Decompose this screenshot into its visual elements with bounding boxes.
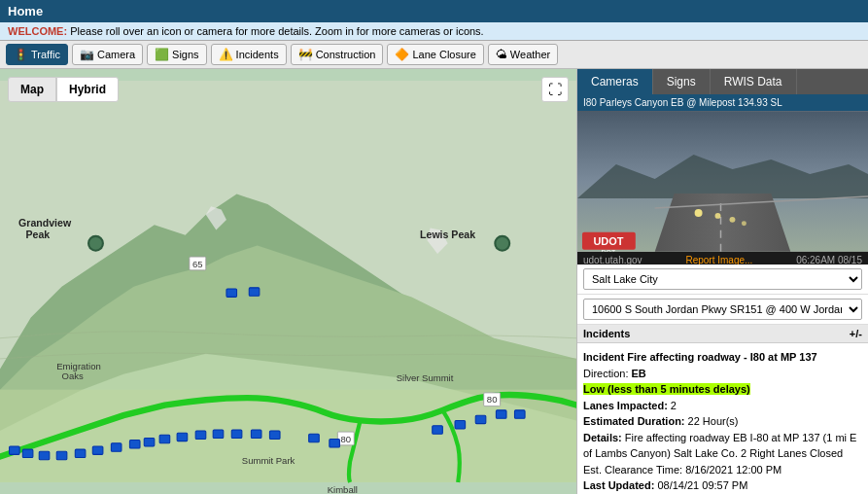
svg-rect-52 <box>39 451 50 459</box>
svg-rect-35 <box>144 438 155 445</box>
svg-text:Summit Park: Summit Park <box>242 455 295 466</box>
toolbar-btn-weather[interactable]: 🌤Weather <box>488 44 558 65</box>
road-dropdown-row: 10600 S South Jordan Pkwy SR151 @ 400 W … <box>577 295 868 325</box>
location-dropdown-row: Salt Lake City Utah County Davis County … <box>577 265 868 295</box>
svg-text:65: 65 <box>192 259 203 269</box>
signs-icon: 🟩 <box>155 48 169 61</box>
toolbar-label-incidents: Incidents <box>236 49 279 60</box>
lane-closure-icon: 🔶 <box>395 48 409 61</box>
welcome-message: Please roll over an icon or camera for m… <box>70 25 484 37</box>
incident-normal: 2 <box>668 400 677 411</box>
svg-rect-39 <box>213 430 224 438</box>
incidents-toggle[interactable]: +/- <box>850 328 862 339</box>
svg-text:Lewis Peak: Lewis Peak <box>420 229 475 240</box>
incident-bold: Last Updated: <box>583 479 654 491</box>
incident-normal: Direction: <box>583 368 632 379</box>
svg-point-66 <box>729 217 735 223</box>
toolbar-btn-incidents[interactable]: ⚠️Incidents <box>211 44 287 65</box>
incidents-body: Incident Fire affecting roadway - I80 at… <box>577 343 868 494</box>
traffic-icon: 🚦 <box>14 48 28 61</box>
toolbar: 🚦Traffic📷Camera🟩Signs⚠️Incidents🚧Constru… <box>0 41 868 69</box>
map-area[interactable]: 65 80 80 189 224 Grandview Peak Lewis Pe… <box>0 69 576 494</box>
svg-rect-50 <box>10 446 20 454</box>
expand-button[interactable]: ⛶ <box>541 77 569 102</box>
svg-rect-37 <box>177 433 188 441</box>
toolbar-btn-signs[interactable]: 🟩Signs <box>147 44 207 65</box>
svg-rect-48 <box>496 410 506 418</box>
svg-rect-53 <box>56 451 67 459</box>
camera-icon: 📷 <box>80 48 94 61</box>
incidents-icon: ⚠️ <box>219 48 233 61</box>
svg-text:Grandview: Grandview <box>18 217 72 229</box>
svg-text:Kimball: Kimball <box>328 484 358 494</box>
svg-text:UDOT: UDOT <box>593 235 623 247</box>
svg-rect-49 <box>514 410 525 418</box>
camera-image: UDOT DOT <box>577 111 868 252</box>
tab-cameras[interactable]: Cameras <box>577 69 653 94</box>
location-select[interactable]: Salt Lake City Utah County Davis County … <box>583 268 862 290</box>
incidents-section-header: Incidents +/- <box>577 325 868 343</box>
right-panel: Cameras Signs RWIS Data I80 Parleys Cany… <box>576 69 868 494</box>
svg-point-67 <box>742 221 746 226</box>
map-svg: 65 80 80 189 224 Grandview Peak Lewis Pe… <box>0 69 576 494</box>
toolbar-btn-lane-closure[interactable]: 🔶Lane Closure <box>387 44 483 65</box>
svg-rect-57 <box>129 441 140 448</box>
toolbar-btn-construction[interactable]: 🚧Construction <box>291 44 384 65</box>
camera-footer: udot.utah.gov Report Image... 06:26AM 08… <box>577 252 868 265</box>
svg-text:80: 80 <box>341 434 352 444</box>
svg-rect-40 <box>231 430 242 438</box>
report-image-link[interactable]: Report Image... <box>685 255 752 265</box>
incident-bold: Estimated Duration: <box>583 415 685 427</box>
camera-view: I80 Parleys Canyon EB @ Milepost 134.93 … <box>577 94 868 265</box>
svg-rect-56 <box>111 443 122 451</box>
welcome-label: WELCOME: <box>8 25 67 37</box>
main-content: 65 80 80 189 224 Grandview Peak Lewis Pe… <box>0 69 868 494</box>
toolbar-label-weather: Weather <box>510 49 550 60</box>
app-header: Home <box>0 0 868 22</box>
svg-text:80: 80 <box>487 394 498 405</box>
incident-bold: Details: <box>583 432 622 443</box>
svg-point-21 <box>495 236 509 251</box>
svg-rect-43 <box>309 434 320 441</box>
tab-signs[interactable]: Signs <box>653 69 711 94</box>
map-button[interactable]: Map <box>8 77 56 102</box>
tab-rwis[interactable]: RWIS Data <box>711 69 797 94</box>
svg-rect-41 <box>251 430 261 438</box>
incident-bold: Lanes Impacted: <box>583 400 668 411</box>
toolbar-btn-traffic[interactable]: 🚦Traffic <box>6 44 68 65</box>
svg-rect-38 <box>195 431 206 439</box>
svg-rect-45 <box>433 426 443 434</box>
svg-rect-51 <box>22 449 33 457</box>
incident-highlight: Low (less than 5 minutes delays) <box>583 383 750 395</box>
toolbar-btn-camera[interactable]: 📷Camera <box>72 44 143 65</box>
svg-rect-47 <box>475 415 486 423</box>
svg-text:Peak: Peak <box>25 229 50 240</box>
svg-rect-46 <box>455 420 466 428</box>
toolbar-label-lane-closure: Lane Closure <box>412 49 475 60</box>
svg-text:Oaks: Oaks <box>62 370 84 381</box>
weather-icon: 🌤 <box>496 48 507 61</box>
camera-url: udot.utah.gov <box>583 255 642 265</box>
svg-rect-54 <box>75 449 86 457</box>
toolbar-label-traffic: Traffic <box>31 49 60 60</box>
svg-rect-36 <box>159 435 170 442</box>
hybrid-button[interactable]: Hybrid <box>56 77 119 102</box>
svg-text:DOT: DOT <box>602 249 616 252</box>
svg-rect-34 <box>249 288 260 296</box>
svg-rect-42 <box>269 431 280 439</box>
incident-normal: 22 Hour(s) <box>685 415 739 427</box>
incident-bold: Incident Fire affecting roadway - I80 at… <box>583 351 817 363</box>
toolbar-label-camera: Camera <box>97 49 135 60</box>
svg-text:Emigration: Emigration <box>56 361 100 371</box>
incident-text: Incident Fire affecting roadway - I80 at… <box>583 349 862 494</box>
svg-point-65 <box>715 213 721 219</box>
incidents-label: Incidents <box>583 328 630 339</box>
svg-text:Silver Summit: Silver Summit <box>397 372 454 383</box>
road-select[interactable]: 10600 S South Jordan Pkwy SR151 @ 400 W … <box>583 299 862 320</box>
incident-bold: EB <box>632 368 646 379</box>
camera-time: 06:26AM 08/15 <box>796 255 862 265</box>
toolbar-label-signs: Signs <box>172 49 199 60</box>
svg-rect-33 <box>226 289 237 297</box>
toolbar-label-construction: Construction <box>316 49 376 60</box>
app-title: Home <box>8 4 43 18</box>
